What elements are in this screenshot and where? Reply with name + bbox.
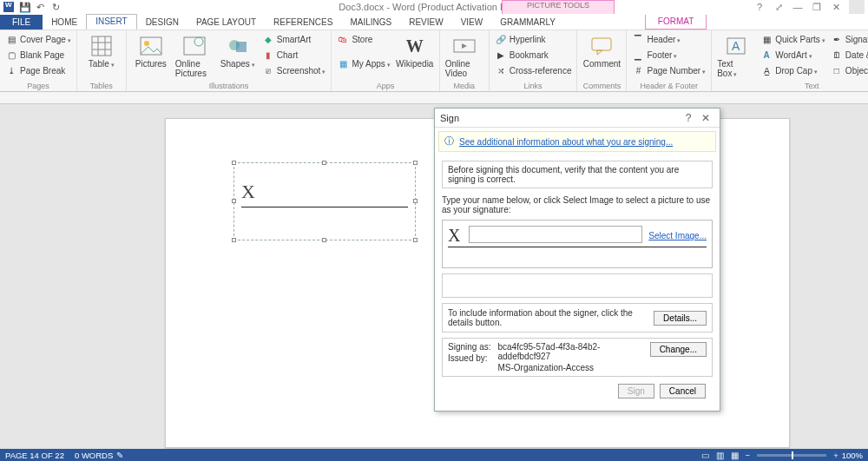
zoom-level[interactable]: 100% <box>842 451 863 460</box>
signature-x-label: X <box>448 226 460 246</box>
bookmark-button[interactable]: ▶Bookmark <box>495 48 572 62</box>
wordart-icon: A <box>760 49 773 61</box>
tab-review[interactable]: REVIEW <box>400 16 451 30</box>
close-icon[interactable]: ✕ <box>830 2 842 13</box>
ruler[interactable] <box>0 92 868 104</box>
drop-cap-button[interactable]: A̲Drop Cap <box>760 63 825 77</box>
table-button[interactable]: Table <box>82 32 121 69</box>
sign-dialog: Sign ? ✕ ⓘ See additional information ab… <box>434 108 720 412</box>
signature-line-button[interactable]: ✒Signature Line <box>831 32 868 46</box>
resize-handle[interactable] <box>232 238 236 242</box>
screenshot-icon: ⎚ <box>262 64 274 76</box>
dialog-close-icon[interactable]: ✕ <box>697 112 714 124</box>
dialog-info-bar: ⓘ See additional information about what … <box>438 131 716 152</box>
online-pictures-button[interactable]: Online Pictures <box>175 32 214 78</box>
cancel-button[interactable]: Cancel <box>660 384 706 398</box>
quick-parts-button[interactable]: ▦Quick Parts <box>760 32 825 46</box>
sign-button[interactable]: Sign <box>618 384 654 398</box>
resize-handle[interactable] <box>322 161 326 165</box>
printlayout-icon[interactable]: ▥ <box>716 451 724 460</box>
spellcheck-icon[interactable]: ✎ <box>116 451 123 460</box>
weblayout-icon[interactable]: ▦ <box>731 451 739 460</box>
text-box-button[interactable]: AText Box <box>717 32 755 78</box>
ribbon-options-icon[interactable]: ⤢ <box>773 2 785 13</box>
svg-rect-10 <box>236 42 247 52</box>
signature-preview-box <box>442 273 713 298</box>
page-break-button[interactable]: ⤓Page Break <box>5 63 71 77</box>
resize-handle[interactable] <box>413 238 418 242</box>
date-time-button[interactable]: 🗓Date & Time <box>831 48 868 62</box>
resize-handle[interactable] <box>413 199 418 203</box>
window-controls: ? ⤢ — ❐ ✕ <box>753 0 865 14</box>
zoom-in-icon[interactable]: + <box>833 451 838 460</box>
tab-home[interactable]: HOME <box>43 16 86 30</box>
cover-page-button[interactable]: ▤Cover Page <box>5 32 71 46</box>
redo-icon[interactable]: ↻ <box>50 2 61 12</box>
tab-view[interactable]: VIEW <box>452 16 492 30</box>
status-page[interactable]: PAGE 14 OF 22 <box>5 451 64 460</box>
zoom-out-icon[interactable]: − <box>746 451 751 460</box>
readmode-icon[interactable]: ▭ <box>701 451 709 460</box>
ribbon: ▤Cover Page ▢Blank Page ⤓Page Break Page… <box>0 30 868 92</box>
page-number-button[interactable]: #Page Number <box>632 63 706 77</box>
resize-handle[interactable] <box>322 238 326 242</box>
hyperlink-button[interactable]: 🔗Hyperlink <box>495 32 572 46</box>
tab-grammarly[interactable]: GRAMMARLY <box>491 16 564 30</box>
signature-x: X <box>241 181 255 203</box>
select-image-link[interactable]: Select Image... <box>648 231 707 240</box>
avatar[interactable] <box>849 0 865 14</box>
myapps-button[interactable]: ▦My Apps <box>337 56 390 70</box>
quick-access-toolbar: 💾 ↶ ↻ <box>0 2 61 12</box>
wikipedia-button[interactable]: WWikipedia <box>396 32 434 69</box>
cross-reference-button[interactable]: ⤭Cross-reference <box>495 63 572 77</box>
object-button[interactable]: □Object <box>831 63 868 77</box>
restore-icon[interactable]: ❐ <box>811 2 823 13</box>
change-button[interactable]: Change... <box>650 342 707 357</box>
tab-file[interactable]: FILE <box>0 15 43 30</box>
pictures-button[interactable]: Pictures <box>132 32 170 69</box>
store-button[interactable]: 🛍Store <box>337 32 390 46</box>
store-icon: 🛍 <box>337 33 349 45</box>
tab-insert[interactable]: INSERT <box>86 14 137 30</box>
tab-pagelayout[interactable]: PAGE LAYOUT <box>187 16 265 30</box>
group-links: 🔗Hyperlink ▶Bookmark ⤭Cross-reference Li… <box>490 30 578 91</box>
group-tables: Table Tables <box>77 30 127 91</box>
zoom-slider[interactable] <box>757 454 826 457</box>
tab-format[interactable]: FORMAT <box>645 15 707 30</box>
dialog-help-icon[interactable]: ? <box>680 112 697 124</box>
wordart-button[interactable]: AWordArt <box>760 48 825 62</box>
signature-underline <box>448 247 707 247</box>
minimize-icon[interactable]: — <box>792 2 804 12</box>
save-icon[interactable]: 💾 <box>19 2 30 12</box>
svg-rect-13 <box>592 38 611 50</box>
signature-line-object[interactable]: X <box>233 162 416 240</box>
signing-as-label: Signing as: <box>448 342 490 352</box>
tab-mailings[interactable]: MAILINGS <box>341 16 400 30</box>
online-video-button[interactable]: Online Video <box>445 32 483 78</box>
chart-button[interactable]: ▮Chart <box>262 48 326 62</box>
tab-design[interactable]: DESIGN <box>137 16 187 30</box>
screenshot-button[interactable]: ⎚Screenshot <box>262 63 326 77</box>
resize-handle[interactable] <box>232 161 236 165</box>
title-bar: 💾 ↶ ↻ Doc3.docx - Word (Product Activati… <box>0 0 868 14</box>
footer-button[interactable]: ▁Footer <box>632 48 706 62</box>
resize-handle[interactable] <box>232 199 236 203</box>
undo-icon[interactable]: ↶ <box>35 2 45 12</box>
blank-page-button[interactable]: ▢Blank Page <box>5 48 71 62</box>
header-button[interactable]: ▔Header <box>632 32 706 46</box>
dialog-titlebar[interactable]: Sign ? ✕ <box>435 109 720 128</box>
tab-references[interactable]: REFERENCES <box>265 16 341 30</box>
details-button[interactable]: Details... <box>654 311 707 326</box>
page-number-icon: # <box>632 64 644 76</box>
comment-button[interactable]: Comment <box>582 32 621 69</box>
signature-name-input[interactable] <box>469 226 642 243</box>
svg-rect-5 <box>141 37 161 55</box>
smartart-button[interactable]: ◆SmartArt <box>262 32 326 46</box>
shapes-button[interactable]: Shapes <box>219 32 257 69</box>
status-words[interactable]: 0 WORDS <box>75 451 113 460</box>
info-link[interactable]: See additional information about what yo… <box>459 137 673 147</box>
help-icon[interactable]: ? <box>753 2 766 12</box>
context-tab-header: PICTURE TOOLS <box>502 0 615 14</box>
resize-handle[interactable] <box>413 161 418 165</box>
group-header-footer: ▔Header ▁Footer #Page Number Header & Fo… <box>627 30 712 91</box>
